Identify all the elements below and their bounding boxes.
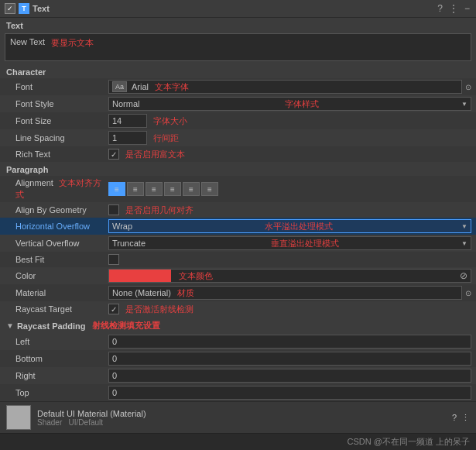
color-value: 文本颜色 ⊘ [108,269,471,283]
vertical-overflow-label: Vertical Overflow [15,239,108,248]
material-row: Material None (Material) 材质 ⊙ [0,284,476,301]
vertical-overflow-value: Truncate 垂直溢出处理模式 ▼ [108,236,471,250]
best-fit-row: Best Fit [0,252,476,267]
font-select-icon[interactable]: ⊙ [465,83,471,91]
font-field[interactable]: Aa Arial 文本字体 [108,80,462,94]
color-eyedropper-icon[interactable]: ⊘ [457,270,471,281]
shader-value: UI/Default [69,418,103,427]
text-annotation: 要显示文本 [51,37,94,49]
color-swatch [109,270,171,282]
raycast-target-row: Raycast Target 是否激活射线检测 [0,301,476,317]
rich-text-label: Rich Text [15,149,108,159]
settings-icon[interactable]: ⋮ [447,2,460,15]
bottom-icons: ? ⋮ [452,413,470,423]
component-icon: T [19,3,29,14]
text-value: New Text [10,37,45,46]
line-spacing-input[interactable] [108,131,147,145]
collapse-icon[interactable]: − [463,2,471,15]
font-style-text: Normal [112,99,139,108]
raycast-padding-label: Raycast Padding [17,321,86,331]
vertical-overflow-dropdown[interactable]: Truncate 垂直溢出处理模式 ▼ [108,236,471,250]
padding-top-row: Top [0,384,476,401]
material-annotation: 材质 [177,287,194,299]
vertical-overflow-row: Vertical Overflow Truncate 垂直溢出处理模式 ▼ [0,235,476,252]
character-section-header: Character [0,64,476,78]
font-size-value: 字体大小 [108,114,471,128]
bottom-help-icon[interactable]: ? [452,413,457,422]
line-spacing-row: Line Spacing 行间距 [0,129,476,146]
font-size-input[interactable] [108,114,147,128]
color-annotation: 文本颜色 [174,270,457,282]
alignment-value: ≡ ≡ ≡ ≡ ≡ ≡ [108,182,471,196]
font-style-dropdown[interactable]: Normal 字体样式 ▼ [108,97,471,111]
font-row: Font Aa Arial 文本字体 ⊙ [0,78,476,95]
watermark-text: CSDN @不在同一频道 上的呆子 [348,437,470,446]
raycast-padding-section: ▼ Raycast Padding 射线检测填充设置 [0,317,476,333]
color-label: Color [15,271,108,280]
align-by-geometry-row: Align By Geometry 是否启用几何对齐 [0,202,476,218]
align-middle-button[interactable]: ≡ [183,182,200,196]
font-style-arrow: ▼ [461,101,467,108]
font-size-label: Font Size [15,116,108,125]
best-fit-checkbox[interactable] [108,254,119,265]
padding-right-label: Right [15,371,108,380]
rich-text-checkbox-wrap [108,149,119,160]
alignment-row: Alignment 文本对齐方式 ≡ ≡ ≡ ≡ ≡ ≡ [0,176,476,202]
font-annotation: 文本字体 [155,81,189,93]
inspector-content: Text New Text 要显示文本 Character Font Aa Ar… [0,18,476,401]
font-label: Font [15,82,108,91]
material-field[interactable]: None (Material) 材质 [108,286,462,300]
align-center-button[interactable]: ≡ [127,182,144,196]
raycast-target-checkbox[interactable] [108,304,119,314]
font-style-annotation: 字体样式 [285,98,319,110]
text-preview-field[interactable]: New Text 要显示文本 [5,33,471,61]
material-name: None (Material) [112,288,171,297]
color-field[interactable]: 文本颜色 ⊘ [108,269,471,283]
color-row: Color 文本颜色 ⊘ [0,267,476,284]
vertical-overflow-annotation: 垂直溢出处理模式 [271,238,339,249]
align-by-geometry-checkbox[interactable] [108,204,119,215]
padding-right-input[interactable] [108,369,471,383]
font-size-annotation: 字体大小 [153,115,187,127]
title-actions: ? ⋮ − [436,2,471,15]
font-style-value: Normal 字体样式 ▼ [108,97,471,111]
help-icon[interactable]: ? [436,2,444,15]
material-select-icon[interactable]: ⊙ [465,289,471,297]
padding-bottom-input[interactable] [108,352,471,366]
align-bottom-button[interactable]: ≡ [201,182,218,196]
component-title: Text [33,4,433,13]
text-section-header: Text [0,18,476,32]
bottom-settings-icon[interactable]: ⋮ [461,413,470,423]
best-fit-value [108,254,471,265]
component-enabled-checkbox[interactable]: ✓ [5,3,15,14]
material-title: Default UI Material (Material) [37,409,446,418]
padding-left-row: Left [0,333,476,350]
horizontal-overflow-text: Wrap [112,222,132,231]
shader-info: Shader UI/Default [37,418,446,427]
padding-top-input[interactable] [108,386,471,400]
rich-text-annotation: 是否启用富文本 [125,149,185,160]
padding-bottom-value [108,352,471,366]
raycast-target-label: Raycast Target [15,304,108,314]
rich-text-checkbox[interactable] [108,149,119,160]
padding-left-value [108,335,471,349]
raycast-target-annotation: 是否激活射线检测 [125,304,193,315]
text-section-label: Text [6,21,23,30]
character-section-label: Character [6,67,46,77]
line-spacing-value: 行间距 [108,131,471,145]
padding-bottom-label: Bottom [15,354,108,363]
align-left-button[interactable]: ≡ [108,182,125,196]
align-top-button[interactable]: ≡ [164,182,181,196]
material-value: None (Material) 材质 ⊙ [108,286,471,300]
padding-right-value [108,369,471,383]
horizontal-overflow-value: Wrap 水平溢出处理模式 ▼ [108,219,471,233]
align-right-button[interactable]: ≡ [146,182,163,196]
line-spacing-annotation: 行间距 [153,132,179,144]
horizontal-overflow-dropdown[interactable]: Wrap 水平溢出处理模式 ▼ [108,219,471,233]
font-name: Arial [132,82,149,91]
padding-left-input[interactable] [108,335,471,349]
inspector-panel: ✓ T Text ? ⋮ − Text New Text 要显示文本 Chara… [0,0,476,450]
align-by-geometry-label: Align By Geometry [15,205,108,215]
raycast-padding-collapse[interactable]: ▼ [6,321,14,330]
shader-label: Shader [37,418,62,427]
